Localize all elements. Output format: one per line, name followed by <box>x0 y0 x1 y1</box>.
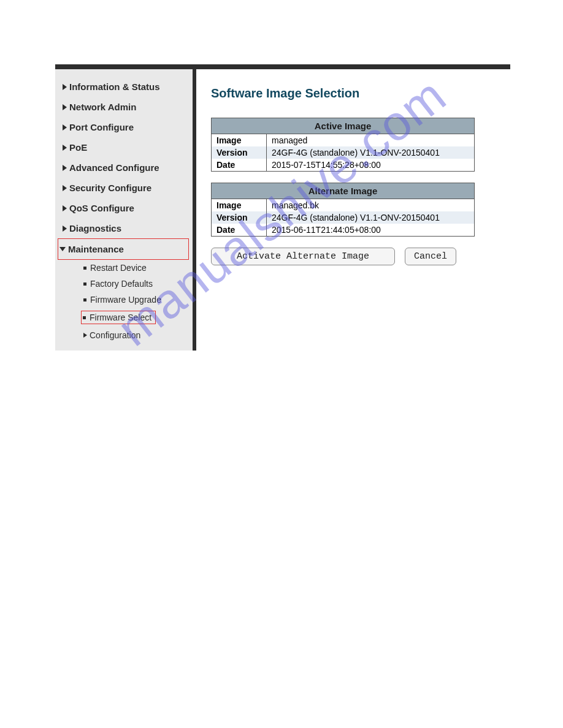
active-image-table: Active Image Image managed Version 24GF-… <box>211 118 475 172</box>
nav-information-status[interactable]: Information & Status <box>61 77 189 97</box>
maintenance-submenu: Restart Device Factory Defaults Firmware… <box>61 260 189 343</box>
bullet-icon <box>83 282 86 286</box>
bullet-icon <box>83 316 86 319</box>
top-bar <box>55 64 510 69</box>
subnav-firmware-select[interactable]: Firmware Select <box>83 308 189 327</box>
page-title: Software Image Selection <box>211 86 510 100</box>
nav-label: Security Configure <box>69 183 151 193</box>
alternate-image-table: Alternate Image Image managed.bk Version… <box>211 183 475 237</box>
bullet-icon <box>83 298 86 301</box>
nav-qos-configure[interactable]: QoS Configure <box>61 198 189 218</box>
nav-security-configure[interactable]: Security Configure <box>61 178 189 198</box>
chevron-right-icon <box>63 185 67 191</box>
cell-value: managed <box>267 134 475 147</box>
cell-value: 2015-06-11T21:44:05+08:00 <box>267 224 475 237</box>
subnav-label: Firmware Select <box>90 313 151 322</box>
nav-network-admin[interactable]: Network Admin <box>61 97 189 117</box>
chevron-right-icon <box>63 124 67 131</box>
cell-label: Version <box>212 146 267 159</box>
table-row: Image managed.bk <box>212 199 475 212</box>
chevron-right-icon <box>63 104 67 110</box>
table-header: Alternate Image <box>212 183 475 199</box>
chevron-right-icon <box>63 226 67 232</box>
nav-port-configure[interactable]: Port Configure <box>61 117 189 137</box>
sidebar: Information & Status Network Admin Port … <box>55 69 196 351</box>
subnav-factory-defaults[interactable]: Factory Defaults <box>83 276 189 292</box>
nav-label: Maintenance <box>68 244 124 254</box>
cell-label: Date <box>212 159 267 172</box>
button-row: Activate Alternate Image Cancel <box>211 248 510 265</box>
chevron-right-icon <box>63 205 67 211</box>
nav-maintenance[interactable]: Maintenance <box>58 238 189 260</box>
cell-value: managed.bk <box>267 199 475 212</box>
nav-label: Information & Status <box>69 82 160 92</box>
cancel-button[interactable]: Cancel <box>405 248 456 265</box>
subnav-label: Firmware Upgrade <box>90 295 161 305</box>
chevron-right-icon <box>63 165 67 171</box>
chevron-right-icon <box>63 84 67 90</box>
nav-label: Network Admin <box>69 102 136 112</box>
cell-value: 24GF-4G (standalone) V1.1-ONV-20150401 <box>267 146 475 159</box>
nav-advanced-configure[interactable]: Advanced Configure <box>61 157 189 178</box>
cell-label: Version <box>212 211 267 224</box>
subnav-restart-device[interactable]: Restart Device <box>83 260 189 276</box>
chevron-right-icon <box>63 145 67 151</box>
table-row: Version 24GF-4G (standalone) V1.1-ONV-20… <box>212 211 475 224</box>
table-row: Image managed <box>212 134 475 147</box>
nav-label: Diagnostics <box>69 223 121 233</box>
nav-label: QoS Configure <box>69 203 134 213</box>
nav-label: PoE <box>69 142 87 153</box>
bullet-icon <box>83 267 86 270</box>
subnav-configuration[interactable]: Configuration <box>83 327 189 343</box>
subnav-label: Restart Device <box>90 263 147 273</box>
cell-value: 2015-07-15T14:55:28+08:00 <box>267 159 475 172</box>
subnav-label: Configuration <box>90 330 140 340</box>
cell-label: Date <box>212 224 267 237</box>
table-row: Date 2015-07-15T14:55:28+08:00 <box>212 159 475 172</box>
cell-value: 24GF-4G (standalone) V1.1-ONV-20150401 <box>267 211 475 224</box>
cell-label: Image <box>212 199 267 212</box>
nav-poe[interactable]: PoE <box>61 137 189 157</box>
nav-label: Port Configure <box>69 122 134 132</box>
cell-label: Image <box>212 134 267 147</box>
table-row: Version 24GF-4G (standalone) V1.1-ONV-20… <box>212 146 475 159</box>
nav-label: Advanced Configure <box>69 162 159 173</box>
table-header: Active Image <box>212 118 475 134</box>
subnav-label: Factory Defaults <box>90 279 153 289</box>
subnav-firmware-upgrade[interactable]: Firmware Upgrade <box>83 292 189 308</box>
nav-diagnostics[interactable]: Diagnostics <box>61 218 189 238</box>
main-content: Software Image Selection Active Image Im… <box>196 69 510 351</box>
chevron-right-icon <box>83 333 87 338</box>
activate-alternate-image-button[interactable]: Activate Alternate Image <box>211 248 395 265</box>
chevron-down-icon <box>59 247 66 251</box>
table-row: Date 2015-06-11T21:44:05+08:00 <box>212 224 475 237</box>
